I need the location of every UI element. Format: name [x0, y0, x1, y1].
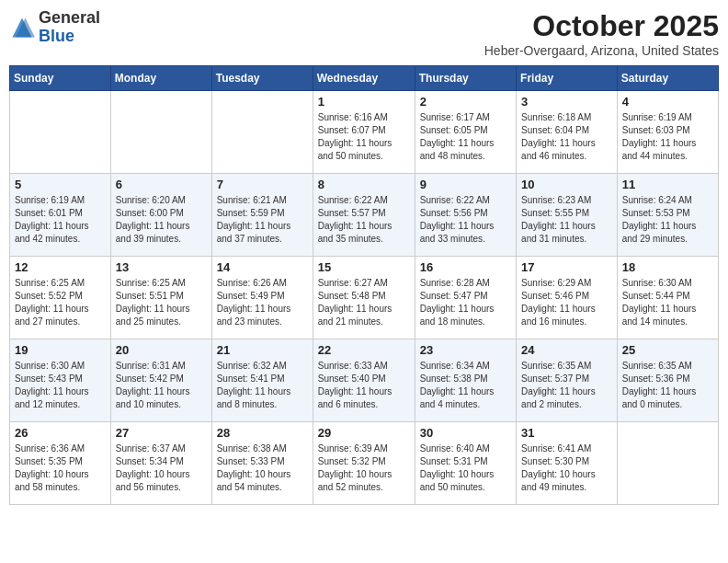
day-info: Sunrise: 6:41 AM Sunset: 5:30 PM Dayligh…: [521, 442, 612, 494]
day-number: 20: [116, 343, 207, 357]
day-info: Sunrise: 6:25 AM Sunset: 5:52 PM Dayligh…: [15, 277, 106, 328]
week-row-4: 19Sunrise: 6:30 AM Sunset: 5:43 PM Dayli…: [10, 339, 719, 422]
week-row-5: 26Sunrise: 6:36 AM Sunset: 5:35 PM Dayli…: [10, 422, 719, 505]
day-number: 17: [521, 260, 612, 274]
day-number: 13: [116, 260, 207, 274]
calendar-cell: [110, 91, 211, 174]
calendar-cell: 4Sunrise: 6:19 AM Sunset: 6:03 PM Daylig…: [617, 91, 718, 174]
day-number: 15: [318, 260, 410, 274]
day-info: Sunrise: 6:38 AM Sunset: 5:33 PM Dayligh…: [217, 442, 308, 494]
day-number: 16: [420, 260, 511, 274]
day-info: Sunrise: 6:21 AM Sunset: 5:59 PM Dayligh…: [217, 194, 308, 246]
day-info: Sunrise: 6:36 AM Sunset: 5:35 PM Dayligh…: [15, 442, 106, 494]
calendar-cell: [617, 422, 718, 505]
day-info: Sunrise: 6:24 AM Sunset: 5:53 PM Dayligh…: [622, 194, 713, 246]
calendar-cell: 15Sunrise: 6:27 AM Sunset: 5:48 PM Dayli…: [313, 257, 415, 339]
day-number: 21: [217, 343, 308, 357]
calendar-cell: 20Sunrise: 6:31 AM Sunset: 5:42 PM Dayli…: [110, 339, 211, 422]
day-number: 26: [15, 426, 106, 440]
day-number: 12: [15, 260, 106, 274]
day-info: Sunrise: 6:35 AM Sunset: 5:36 PM Dayligh…: [622, 360, 713, 411]
calendar-cell: 29Sunrise: 6:39 AM Sunset: 5:32 PM Dayli…: [313, 422, 415, 505]
day-number: 2: [420, 95, 511, 109]
day-info: Sunrise: 6:17 AM Sunset: 6:05 PM Dayligh…: [420, 111, 511, 163]
calendar-table: SundayMondayTuesdayWednesdayThursdayFrid…: [9, 65, 719, 505]
day-info: Sunrise: 6:32 AM Sunset: 5:41 PM Dayligh…: [217, 360, 308, 411]
day-number: 23: [420, 343, 511, 357]
calendar-cell: 3Sunrise: 6:18 AM Sunset: 6:04 PM Daylig…: [517, 91, 618, 174]
calendar-cell: 19Sunrise: 6:30 AM Sunset: 5:43 PM Dayli…: [10, 339, 111, 422]
location-text: Heber-Overgaard, Arizona, United States: [484, 43, 719, 58]
page-header: General Blue October 2025 Heber-Overgaar…: [9, 9, 719, 58]
day-info: Sunrise: 6:35 AM Sunset: 5:37 PM Dayligh…: [521, 360, 612, 411]
calendar-cell: 30Sunrise: 6:40 AM Sunset: 5:31 PM Dayli…: [415, 422, 516, 505]
logo: General Blue: [9, 9, 100, 46]
day-number: 6: [116, 178, 207, 191]
calendar-cell: 5Sunrise: 6:19 AM Sunset: 6:01 PM Daylig…: [10, 174, 111, 257]
day-info: Sunrise: 6:22 AM Sunset: 5:57 PM Dayligh…: [318, 194, 410, 246]
day-number: 29: [318, 426, 410, 440]
day-info: Sunrise: 6:39 AM Sunset: 5:32 PM Dayligh…: [318, 442, 410, 494]
day-number: 31: [521, 426, 612, 440]
week-row-3: 12Sunrise: 6:25 AM Sunset: 5:52 PM Dayli…: [10, 257, 719, 339]
calendar-cell: 25Sunrise: 6:35 AM Sunset: 5:36 PM Dayli…: [617, 339, 718, 422]
day-info: Sunrise: 6:40 AM Sunset: 5:31 PM Dayligh…: [420, 442, 511, 494]
calendar-cell: 22Sunrise: 6:33 AM Sunset: 5:40 PM Dayli…: [313, 339, 415, 422]
day-info: Sunrise: 6:29 AM Sunset: 5:46 PM Dayligh…: [521, 277, 612, 328]
calendar-cell: 24Sunrise: 6:35 AM Sunset: 5:37 PM Dayli…: [517, 339, 618, 422]
day-info: Sunrise: 6:18 AM Sunset: 6:04 PM Dayligh…: [521, 111, 612, 163]
week-row-1: 1Sunrise: 6:16 AM Sunset: 6:07 PM Daylig…: [10, 91, 719, 174]
day-number: 11: [622, 178, 713, 191]
day-info: Sunrise: 6:20 AM Sunset: 6:00 PM Dayligh…: [116, 194, 207, 246]
day-info: Sunrise: 6:19 AM Sunset: 6:03 PM Dayligh…: [622, 111, 713, 163]
logo-blue-text: Blue: [39, 27, 74, 45]
day-info: Sunrise: 6:23 AM Sunset: 5:55 PM Dayligh…: [521, 194, 612, 246]
calendar-cell: 13Sunrise: 6:25 AM Sunset: 5:51 PM Dayli…: [110, 257, 211, 339]
day-number: 18: [622, 260, 713, 274]
calendar-cell: 18Sunrise: 6:30 AM Sunset: 5:44 PM Dayli…: [617, 257, 718, 339]
day-number: 22: [318, 343, 410, 357]
calendar-cell: 21Sunrise: 6:32 AM Sunset: 5:41 PM Dayli…: [211, 339, 313, 422]
logo-icon: [9, 15, 35, 40]
calendar-cell: 14Sunrise: 6:26 AM Sunset: 5:49 PM Dayli…: [211, 257, 313, 339]
day-number: 10: [521, 178, 612, 191]
day-info: Sunrise: 6:28 AM Sunset: 5:47 PM Dayligh…: [420, 277, 511, 328]
day-info: Sunrise: 6:16 AM Sunset: 6:07 PM Dayligh…: [318, 111, 410, 163]
calendar-cell: 9Sunrise: 6:22 AM Sunset: 5:56 PM Daylig…: [415, 174, 516, 257]
header-day-tuesday: Tuesday: [211, 66, 313, 91]
calendar-cell: 27Sunrise: 6:37 AM Sunset: 5:34 PM Dayli…: [110, 422, 211, 505]
calendar-cell: [10, 91, 111, 174]
day-info: Sunrise: 6:33 AM Sunset: 5:40 PM Dayligh…: [318, 360, 410, 411]
day-info: Sunrise: 6:25 AM Sunset: 5:51 PM Dayligh…: [116, 277, 207, 328]
day-number: 19: [15, 343, 106, 357]
day-info: Sunrise: 6:26 AM Sunset: 5:49 PM Dayligh…: [217, 277, 308, 328]
calendar-cell: 2Sunrise: 6:17 AM Sunset: 6:05 PM Daylig…: [415, 91, 516, 174]
calendar-cell: 11Sunrise: 6:24 AM Sunset: 5:53 PM Dayli…: [617, 174, 718, 257]
day-info: Sunrise: 6:22 AM Sunset: 5:56 PM Dayligh…: [420, 194, 511, 246]
day-info: Sunrise: 6:37 AM Sunset: 5:34 PM Dayligh…: [116, 442, 207, 494]
calendar-cell: 12Sunrise: 6:25 AM Sunset: 5:52 PM Dayli…: [10, 257, 111, 339]
day-number: 24: [521, 343, 612, 357]
day-number: 7: [217, 178, 308, 191]
title-block: October 2025 Heber-Overgaard, Arizona, U…: [484, 9, 719, 58]
day-number: 25: [622, 343, 713, 357]
month-title: October 2025: [484, 9, 719, 43]
day-info: Sunrise: 6:34 AM Sunset: 5:38 PM Dayligh…: [420, 360, 511, 411]
day-number: 8: [318, 178, 410, 191]
day-info: Sunrise: 6:27 AM Sunset: 5:48 PM Dayligh…: [318, 277, 410, 328]
calendar-cell: 1Sunrise: 6:16 AM Sunset: 6:07 PM Daylig…: [313, 91, 415, 174]
calendar-cell: 23Sunrise: 6:34 AM Sunset: 5:38 PM Dayli…: [415, 339, 516, 422]
calendar-cell: 8Sunrise: 6:22 AM Sunset: 5:57 PM Daylig…: [313, 174, 415, 257]
calendar-cell: 6Sunrise: 6:20 AM Sunset: 6:00 PM Daylig…: [110, 174, 211, 257]
header-row: SundayMondayTuesdayWednesdayThursdayFrid…: [10, 66, 719, 91]
calendar-cell: 10Sunrise: 6:23 AM Sunset: 5:55 PM Dayli…: [517, 174, 618, 257]
day-number: 9: [420, 178, 511, 191]
day-info: Sunrise: 6:30 AM Sunset: 5:43 PM Dayligh…: [15, 360, 106, 411]
day-number: 4: [622, 95, 713, 109]
header-day-saturday: Saturday: [617, 66, 718, 91]
day-number: 1: [318, 95, 410, 109]
day-info: Sunrise: 6:30 AM Sunset: 5:44 PM Dayligh…: [622, 277, 713, 328]
logo-general-text: General: [39, 8, 100, 27]
day-number: 27: [116, 426, 207, 440]
header-day-sunday: Sunday: [10, 66, 111, 91]
